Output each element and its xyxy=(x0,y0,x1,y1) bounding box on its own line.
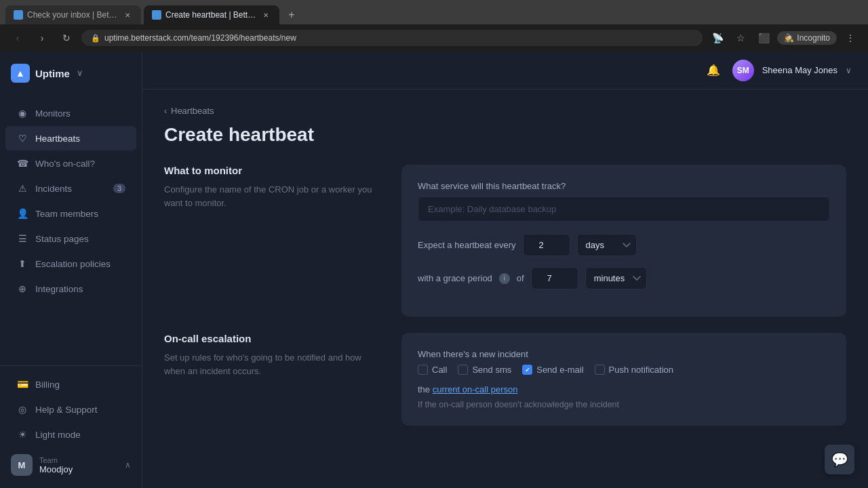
extensions-icon[interactable]: ⬛ xyxy=(754,28,773,47)
user-menu-chevron[interactable]: ∨ xyxy=(846,66,852,75)
grace-info-icon[interactable]: i xyxy=(499,273,510,284)
tab-close-heartbeat[interactable]: ✕ xyxy=(260,9,271,20)
sidebar-item-billing[interactable]: 💳 Billing xyxy=(5,372,136,396)
tab-favicon-inbox xyxy=(14,10,23,20)
tab-favicon-heartbeat xyxy=(152,10,161,20)
call-checkbox[interactable] xyxy=(418,365,428,375)
heartbeat-value-input[interactable] xyxy=(523,234,570,256)
sidebar-bottom: 💳 Billing ◎ Help & Support ☀ Light mode … xyxy=(0,365,142,488)
notification-button[interactable]: 🔔 xyxy=(703,60,724,81)
checkbox-call[interactable]: Call xyxy=(418,365,447,375)
toolbar-right: 📡 ☆ ⬛ 🕵 Incognito ⋮ xyxy=(708,28,860,47)
escalation-desc: Set up rules for who's going to be notif… xyxy=(164,351,374,378)
user-name: Sheena May Jones xyxy=(762,65,837,75)
breadcrumb-text: Heartbeats xyxy=(171,106,214,116)
sidebar-item-help-support[interactable]: ◎ Help & Support xyxy=(5,397,136,422)
user-avatar: SM xyxy=(732,60,754,81)
chat-button[interactable]: 💬 xyxy=(825,445,854,474)
sidebar-item-team-members[interactable]: 👤 Team members xyxy=(5,201,136,226)
sidebar: ▲ Uptime ∨ ◉ Monitors ♡ Heartbeats ☎ Who… xyxy=(0,52,142,488)
grace-value-input[interactable] xyxy=(531,267,578,289)
main-content: 🔔 SM Sheena May Jones ∨ ‹ Heartbeats Cre… xyxy=(142,52,868,488)
address-text: uptime.betterstack.com/team/192396/heart… xyxy=(104,33,296,43)
what-to-monitor-card: What service will this heartbeat track? … xyxy=(401,165,846,327)
incident-label: When there's a new incident xyxy=(418,349,830,359)
tab-title-inbox: Check your inbox | Better Stack xyxy=(27,10,118,20)
sidebar-logo[interactable]: ▲ Uptime ∨ xyxy=(0,52,142,95)
new-tab-button[interactable]: + xyxy=(282,5,301,24)
grace-period-row: with a grace period i of minutes seconds… xyxy=(418,267,830,289)
what-to-monitor-desc: Configure the name of the CRON job or a … xyxy=(164,183,374,209)
sidebar-item-whos-on-call[interactable]: ☎ Who's on-call? xyxy=(5,151,136,176)
on-call-the-text: the xyxy=(418,384,430,394)
sidebar-item-label-monitors: Monitors xyxy=(35,108,71,119)
sidebar-item-label-heartbeats: Heartbeats xyxy=(35,134,80,144)
push-notification-checkbox[interactable] xyxy=(595,365,605,375)
send-sms-checkbox[interactable] xyxy=(458,365,468,375)
billing-icon: 💳 xyxy=(16,378,28,390)
sidebar-item-label-incidents: Incidents xyxy=(35,184,72,194)
breadcrumb[interactable]: ‹ Heartbeats xyxy=(164,106,846,116)
what-to-monitor-left: What to monitor Configure the name of th… xyxy=(164,165,401,327)
sidebar-item-escalation-policies[interactable]: ⬆ Escalation policies xyxy=(5,251,136,276)
on-call-escalation-section: On-call escalation Set up rules for who'… xyxy=(164,333,846,436)
escalation-left: On-call escalation Set up rules for who'… xyxy=(164,333,401,436)
heartbeats-icon: ♡ xyxy=(16,132,28,144)
what-to-monitor-section: What to monitor Configure the name of th… xyxy=(164,165,846,327)
what-to-monitor-title: What to monitor xyxy=(164,165,374,176)
sidebar-team[interactable]: M Team Moodjoy ∧ xyxy=(0,447,142,483)
bookmark-icon[interactable]: ☆ xyxy=(731,28,750,47)
cast-icon[interactable]: 📡 xyxy=(708,28,727,47)
service-name-input[interactable] xyxy=(418,197,830,222)
back-button[interactable]: ‹ xyxy=(8,28,27,47)
reload-button[interactable]: ↻ xyxy=(57,28,76,47)
forward-button[interactable]: › xyxy=(33,28,52,47)
status-pages-icon: ☰ xyxy=(16,232,28,245)
send-sms-label: Send sms xyxy=(472,365,511,375)
grace-of-label: of xyxy=(517,273,524,283)
incognito-badge: 🕵 Incognito xyxy=(777,31,837,45)
logo-icon: ▲ xyxy=(11,64,30,83)
sidebar-item-label-status-pages: Status pages xyxy=(35,234,89,244)
tab-inbox[interactable]: Check your inbox | Better Stack ✕ xyxy=(5,5,141,24)
sidebar-item-label-help: Help & Support xyxy=(35,405,98,415)
sidebar-item-status-pages[interactable]: ☰ Status pages xyxy=(5,226,136,251)
page-title: Create heartbeat xyxy=(164,124,846,146)
sidebar-item-incidents[interactable]: ⚠ Incidents 3 xyxy=(5,176,136,201)
send-email-label: Send e-mail xyxy=(536,365,583,375)
checkbox-send-sms[interactable]: Send sms xyxy=(458,365,511,375)
push-notification-label: Push notification xyxy=(609,365,673,375)
logo-text: Uptime xyxy=(35,68,70,79)
heartbeat-unit-select[interactable]: days minutes hours weeks xyxy=(577,234,637,256)
sidebar-item-label-integrations: Integrations xyxy=(35,284,83,294)
acknowledge-text: If the on-call person doesn't acknowledg… xyxy=(418,400,830,409)
more-options-button[interactable]: ⋮ xyxy=(841,28,860,47)
incognito-icon: 🕵 xyxy=(784,33,794,43)
sidebar-item-integrations[interactable]: ⊕ Integrations xyxy=(5,277,136,301)
tab-heartbeat[interactable]: Create heartbeat | Better Stack ✕ xyxy=(144,5,279,24)
grace-label: with a grace period xyxy=(418,273,492,283)
incidents-icon: ⚠ xyxy=(16,182,28,195)
tab-close-inbox[interactable]: ✕ xyxy=(122,9,133,20)
send-email-checkbox[interactable] xyxy=(522,365,532,375)
team-name: Moodjoy xyxy=(39,464,73,474)
integrations-icon: ⊕ xyxy=(16,283,28,295)
browser-title-bar: Check your inbox | Better Stack ✕ Create… xyxy=(0,0,868,24)
sidebar-item-monitors[interactable]: ◉ Monitors xyxy=(5,101,136,125)
checkbox-push-notification[interactable]: Push notification xyxy=(595,365,673,375)
sidebar-item-label-team-members: Team members xyxy=(35,209,98,219)
service-field-group: What service will this heartbeat track? xyxy=(418,181,830,222)
service-field-label: What service will this heartbeat track? xyxy=(418,181,830,191)
monitors-icon: ◉ xyxy=(16,107,28,119)
on-call-person-link[interactable]: current on-call person xyxy=(433,384,518,394)
browser-toolbar: ‹ › ↻ 🔒 uptime.betterstack.com/team/1923… xyxy=(0,24,868,52)
sidebar-item-light-mode[interactable]: ☀ Light mode xyxy=(5,422,136,447)
escalation-form-card: When there's a new incident Call Send sm… xyxy=(401,333,846,426)
checkbox-send-email[interactable]: Send e-mail xyxy=(522,365,583,375)
escalation-card: When there's a new incident Call Send sm… xyxy=(401,333,846,436)
grace-unit-select[interactable]: minutes seconds hours xyxy=(585,267,647,289)
address-bar[interactable]: 🔒 uptime.betterstack.com/team/192396/hea… xyxy=(81,30,703,46)
sidebar-item-heartbeats[interactable]: ♡ Heartbeats xyxy=(5,126,136,150)
app-container: ▲ Uptime ∨ ◉ Monitors ♡ Heartbeats ☎ Who… xyxy=(0,52,868,488)
sidebar-nav: ◉ Monitors ♡ Heartbeats ☎ Who's on-call?… xyxy=(0,95,142,365)
